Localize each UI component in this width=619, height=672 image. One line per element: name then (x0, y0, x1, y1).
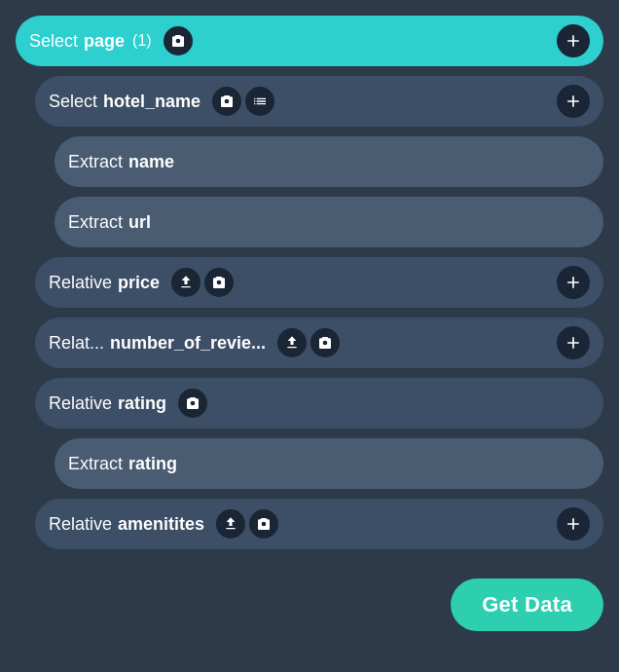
relative-rating[interactable]: Relativerating (35, 378, 603, 429)
get-data-button[interactable]: Get Data (451, 579, 603, 631)
camera-icon[interactable] (310, 328, 340, 357)
select-page-field: page (84, 31, 125, 52)
select-page-badge: (1) (132, 32, 152, 50)
download-icon[interactable] (216, 509, 245, 539)
select-page-plus-button[interactable] (557, 24, 590, 57)
extract-url[interactable]: Extracturl (55, 197, 603, 247)
select-hotel-name[interactable]: Selecthotel_name (35, 76, 603, 127)
list-icon[interactable] (245, 87, 274, 116)
camera-icon[interactable] (164, 26, 193, 56)
relative-amenitites-plus-button[interactable] (557, 507, 590, 541)
camera-icon[interactable] (178, 389, 207, 418)
camera-icon[interactable] (204, 268, 234, 297)
select-page-label: Select (29, 31, 78, 52)
select-hotel-name-label: Select (49, 92, 97, 112)
extract-name-label: Extract (68, 152, 123, 172)
relative-price[interactable]: Relativeprice (35, 257, 603, 308)
camera-icon[interactable] (212, 87, 241, 116)
relative-amenitites-label: Relative (49, 514, 112, 535)
camera-icon[interactable] (249, 509, 278, 539)
relative-price-label: Relative (49, 273, 112, 293)
select-hotel-name-plus-button[interactable] (557, 85, 590, 118)
extract-rating-label: Extract (68, 454, 123, 474)
relative-rating-label: Relative (49, 393, 112, 414)
extract-name-field: name (128, 152, 174, 172)
extract-rating-field: rating (128, 454, 177, 474)
relative-amenitites-field: amenitites (118, 514, 204, 535)
extract-rating[interactable]: Extractrating (55, 438, 603, 489)
relative-number-of-reviews-label: Relat... (49, 333, 104, 354)
download-icon[interactable] (171, 268, 200, 297)
relative-rating-field: rating (118, 393, 166, 414)
relative-amenitites[interactable]: Relativeamenitites (35, 499, 603, 549)
extract-url-label: Extract (68, 212, 123, 233)
relative-number-of-reviews-field: number_of_revie... (110, 333, 266, 354)
select-hotel-name-field: hotel_name (103, 92, 200, 112)
download-icon[interactable] (277, 328, 307, 357)
relative-price-field: price (118, 273, 160, 293)
relative-number-of-reviews-plus-button[interactable] (557, 326, 590, 359)
relative-price-plus-button[interactable] (557, 266, 590, 299)
extract-name[interactable]: Extractname (55, 136, 603, 187)
select-page[interactable]: Selectpage(1) (16, 16, 603, 66)
scraper-tree: Selectpage(1) Selecthotel_name Extractna… (16, 16, 603, 549)
relative-number-of-reviews[interactable]: Relat...number_of_revie... (35, 317, 603, 368)
extract-url-field: url (128, 212, 151, 233)
